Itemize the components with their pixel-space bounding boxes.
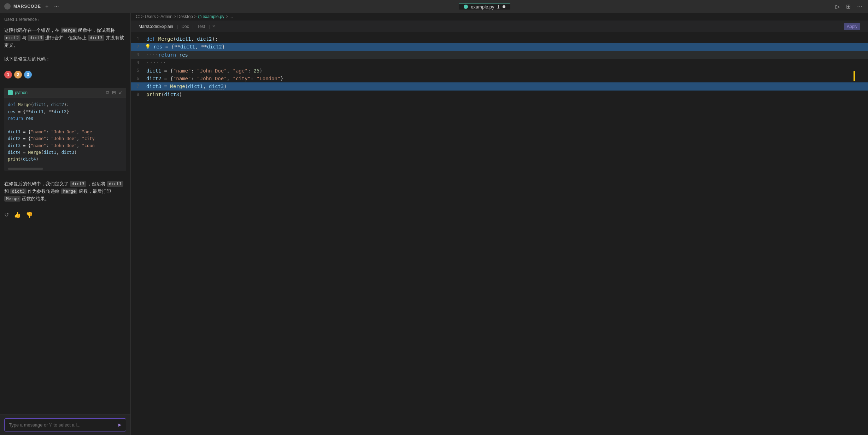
error-message: 这段代码存在一个错误，在 Merge 函数中，你试图将 dict2 与 dict… xyxy=(4,27,126,49)
title-bar-left: MARSCODE + ··· xyxy=(4,2,135,10)
tab-explain[interactable]: MarsCode:Explain xyxy=(136,23,176,30)
editor-line-3: 3 ····return res xyxy=(131,51,868,59)
step-badges: 1 2 3 xyxy=(4,71,126,79)
bulb-icon[interactable]: 💡 xyxy=(145,43,151,51)
used-reference-text: Used 1 reference xyxy=(4,17,37,22)
action-button[interactable]: Apply xyxy=(844,23,860,30)
tab-number: 1 xyxy=(497,4,500,10)
send-button[interactable]: ➤ xyxy=(117,422,122,428)
code-line-6: dict2 = {"name": "John Doe", "city xyxy=(8,135,123,142)
code-line-2: res = {**dict1, **dict2} xyxy=(8,109,123,115)
more-menu-button[interactable]: ··· xyxy=(53,2,60,10)
editor-line-4: 4 ······ xyxy=(131,59,868,66)
tab-modified-dot xyxy=(503,5,505,8)
refresh-button[interactable]: ↺ xyxy=(4,211,9,218)
merge-fix-inline-2: Merge xyxy=(4,196,20,202)
dict3-code-inline-2: dict3 xyxy=(88,35,104,41)
editor-tab-area: example.py 1 xyxy=(135,4,834,10)
merge-code-inline: Merge xyxy=(61,28,77,33)
chat-input-area: ➤ xyxy=(0,414,130,435)
python-icon xyxy=(8,90,13,95)
app-title: MARSCODE xyxy=(13,4,41,9)
editor-line-6: 6 dict2 = {"name": "John Doe", "city": "… xyxy=(131,75,868,82)
dict3-fix-inline-2: dict3 xyxy=(10,188,27,194)
chat-actions: ↺ 👍 👎 xyxy=(4,209,126,221)
apply-icon[interactable]: ↙ xyxy=(119,90,123,95)
breadcrumb-file: ⬡ example.py xyxy=(198,14,224,19)
code-line-8: dict4 = Merge(dict1, dict3) xyxy=(8,149,123,156)
bottom-message: 在修复后的代码中，我们定义了 dict3 ，然后将 dict1 和 dict3 … xyxy=(4,178,126,205)
thumbup-button[interactable]: 👍 xyxy=(14,211,21,218)
code-line-1: def Merge(dict1, dict2): xyxy=(8,102,123,108)
chat-input[interactable] xyxy=(9,422,114,428)
dict2-code-inline: dict2 xyxy=(4,35,20,41)
app-logo xyxy=(4,3,11,10)
layout-button[interactable]: ⊞ xyxy=(845,2,852,11)
editor-tab-example-py[interactable]: example.py 1 xyxy=(459,4,510,10)
section-title: 以下是修复后的代码： xyxy=(4,56,126,62)
copy-icon[interactable]: ⧉ xyxy=(106,90,109,95)
breadcrumb-path: C: > Users > Admin > Desktop > xyxy=(136,14,197,19)
run-button[interactable]: ▷ xyxy=(834,2,841,11)
code-line-7: dict3 = {"name": "John Doe", "coun xyxy=(8,143,123,149)
thumbdown-button[interactable]: 👎 xyxy=(26,211,33,218)
badge-1: 1 xyxy=(4,71,12,79)
chat-panel: Used 1 reference › 这段代码存在一个错误，在 Merge 函数… xyxy=(0,13,131,435)
editor-line-2: 2 💡 res = {**dict1, **dict2} xyxy=(131,43,868,51)
code-line-4 xyxy=(8,122,123,129)
editor-line-8: 8 print(dict3) xyxy=(131,91,868,98)
more-options-button[interactable]: ··· xyxy=(856,2,864,11)
code-line-3: return res xyxy=(8,115,123,122)
dict3-code-inline: dict3 xyxy=(28,35,44,41)
chat-messages: Used 1 reference › 这段代码存在一个错误，在 Merge 函数… xyxy=(0,13,130,414)
new-tab-button[interactable]: + xyxy=(44,2,50,10)
title-bar: MARSCODE + ··· example.py 1 ▷ ⊞ ··· xyxy=(0,0,868,13)
code-line-9: print(dict4) xyxy=(8,156,123,163)
code-actions: ⧉ ⊞ ↙ xyxy=(106,90,123,95)
code-block-header: python ⧉ ⊞ ↙ xyxy=(4,88,126,98)
minimap-indicator xyxy=(854,71,855,81)
tab-test[interactable]: Test xyxy=(194,23,208,30)
code-scrollbar-h[interactable] xyxy=(8,168,43,170)
editor-line-7: 7 dict3 = Merge(dict1, dict3) xyxy=(131,82,868,90)
insert-icon[interactable]: ⊞ xyxy=(112,90,116,95)
dict1-fix-inline: dict1 xyxy=(107,181,123,187)
editor-top-right: Apply xyxy=(844,23,863,30)
breadcrumb: C: > Users > Admin > Desktop > ⬡ example… xyxy=(131,13,868,21)
python-file-icon xyxy=(464,5,468,9)
python-label: python xyxy=(8,90,28,95)
badge-3: 3 xyxy=(24,71,32,79)
editor-line-5: 5 dict1 = {"name": "John Doe", "age": 25… xyxy=(131,67,868,75)
code-block: python ⧉ ⊞ ↙ def Merge(dict1, dict2): re… xyxy=(4,88,126,171)
tab-close-button[interactable]: ✕ xyxy=(212,24,215,29)
editor-panel: C: > Users > Admin > Desktop > ⬡ example… xyxy=(131,13,868,435)
used-reference[interactable]: Used 1 reference › xyxy=(4,17,126,22)
main-layout: Used 1 reference › 这段代码存在一个错误，在 Merge 函数… xyxy=(0,13,868,435)
code-editor: 1 def Merge(dict1, dict2): 2 💡 res = {**… xyxy=(131,32,868,435)
editor-tabs: MarsCode:Explain | Doc | Test | ✕ Apply xyxy=(131,21,868,32)
dict3-fix-inline: dict3 xyxy=(70,181,86,187)
tab-doc[interactable]: Doc xyxy=(178,23,192,30)
chevron-icon: › xyxy=(38,18,39,22)
code-line-5: dict1 = {"name": "John Doe", "age xyxy=(8,129,123,135)
merge-fix-inline: Merge xyxy=(61,188,77,194)
code-content: def Merge(dict1, dict2): res = {**dict1,… xyxy=(4,98,126,166)
editor-line-1: 1 def Merge(dict1, dict2): xyxy=(131,35,868,43)
tab-filename: example.py xyxy=(471,4,494,10)
badge-2: 2 xyxy=(14,71,22,79)
breadcrumb-more: > ... xyxy=(226,14,233,19)
title-bar-icons: ▷ ⊞ ··· xyxy=(834,2,864,11)
chat-input-wrapper: ➤ xyxy=(4,418,126,431)
